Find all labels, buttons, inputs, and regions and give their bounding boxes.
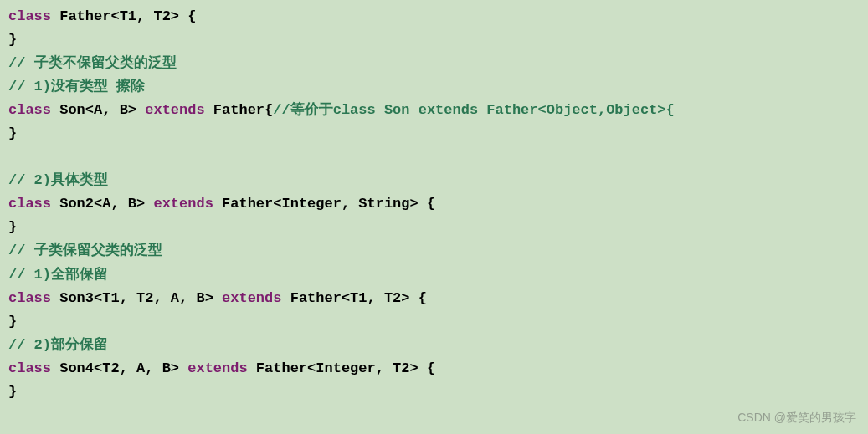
code-line xyxy=(8,146,860,169)
code-line: // 2)部分保留 xyxy=(8,334,860,357)
code-comment: // 1)没有类型 擦除 xyxy=(8,79,145,94)
code-line: class Son<A, B> extends Father{//等价于clas… xyxy=(8,99,860,122)
code-line: // 2)具体类型 xyxy=(8,169,860,192)
code-text: Father<T1, T2> { xyxy=(281,290,426,306)
code-keyword: extends xyxy=(145,102,204,118)
code-text: Father<T1, T2> { xyxy=(51,8,196,24)
code-line: class Son3<T1, T2, A, B> extends Father<… xyxy=(8,287,860,310)
code-text: Father<Integer, String> { xyxy=(213,196,435,212)
code-text: } xyxy=(8,384,17,400)
code-text: } xyxy=(8,314,17,329)
code-keyword: class xyxy=(8,360,51,376)
code-keyword: class xyxy=(8,102,51,118)
code-keyword: class xyxy=(8,290,51,306)
code-comment: // 2)具体类型 xyxy=(8,172,108,188)
code-comment: // 子类不保留父类的泛型 xyxy=(8,55,177,71)
code-comment: //等价于class Son extends Father<Object,Obj… xyxy=(273,102,674,118)
code-keyword: extends xyxy=(187,360,247,376)
code-line: // 子类不保留父类的泛型 xyxy=(8,52,860,75)
code-text: Son<A, B> xyxy=(51,102,145,118)
code-line: } xyxy=(8,216,860,239)
code-line: // 1)全部保留 xyxy=(8,263,860,287)
code-comment: // 1)全部保留 xyxy=(8,267,108,283)
code-text: Son4<T2, A, B> xyxy=(51,360,187,376)
code-line: } xyxy=(8,122,860,146)
code-text: Father{ xyxy=(205,102,274,118)
code-text: } xyxy=(8,32,17,48)
code-text xyxy=(8,149,17,165)
code-block: class Father<T1, T2> {}// 子类不保留父类的泛型// 1… xyxy=(8,5,860,404)
code-line: class Son2<A, B> extends Father<Integer,… xyxy=(8,192,860,216)
code-keyword: extends xyxy=(153,196,213,212)
code-text: Son3<T1, T2, A, B> xyxy=(51,290,222,306)
code-keyword: class xyxy=(8,196,51,212)
code-keyword: extends xyxy=(222,290,281,306)
code-line: } xyxy=(8,380,860,404)
code-comment: // 子类保留父类的泛型 xyxy=(8,243,162,258)
code-keyword: class xyxy=(8,8,51,24)
code-line: class Son4<T2, A, B> extends Father<Inte… xyxy=(8,357,860,380)
code-line: // 子类保留父类的泛型 xyxy=(8,239,860,263)
code-text: } xyxy=(8,125,17,141)
code-comment: // 2)部分保留 xyxy=(8,337,108,353)
code-line: class Father<T1, T2> { xyxy=(8,5,860,28)
code-text: Son2<A, B> xyxy=(51,196,153,212)
watermark: CSDN @爱笑的男孩字 xyxy=(737,408,856,427)
code-text: } xyxy=(8,219,17,235)
code-text: Father<Integer, T2> { xyxy=(248,360,435,376)
code-line: } xyxy=(8,28,860,52)
code-line: // 1)没有类型 擦除 xyxy=(8,75,860,99)
code-line: } xyxy=(8,310,860,334)
